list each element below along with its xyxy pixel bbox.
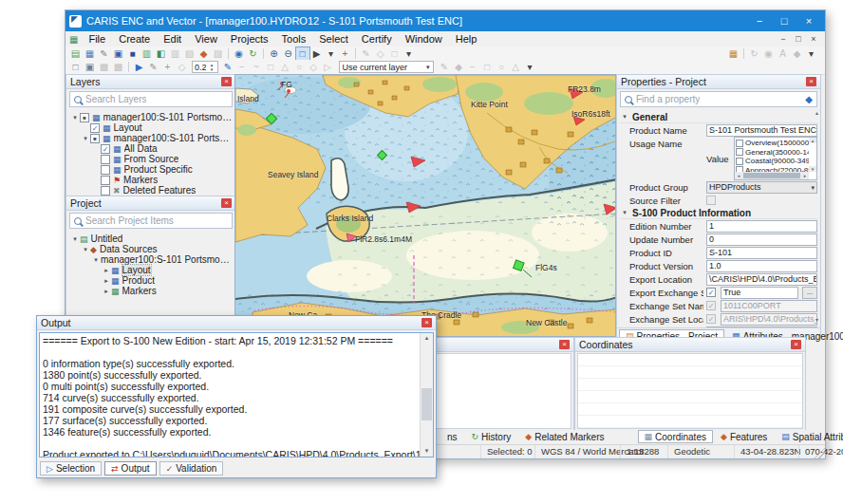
geo-line-icon[interactable]: −	[235, 61, 249, 73]
tab-ns[interactable]: ns	[440, 430, 464, 443]
output-titlebar[interactable]: Output ×	[37, 316, 436, 330]
usage-option[interactable]: General(350000-149	[736, 148, 809, 158]
zoom-area-icon[interactable]: □	[296, 47, 309, 60]
refresh-icon[interactable]: ↻	[247, 47, 260, 60]
edit-pointer-icon[interactable]: ▶	[133, 61, 146, 73]
property-dropdown[interactable]: HPDProducts▾	[706, 181, 817, 194]
property-value-input[interactable]: 1011C00PORT	[721, 300, 817, 312]
scroll-down-icon[interactable]: ▾	[815, 316, 818, 323]
add-point-icon[interactable]: +	[161, 61, 175, 73]
edit-grey-6-icon[interactable]: △	[509, 61, 522, 73]
menu-window[interactable]: Window	[399, 33, 449, 45]
tree-item[interactable]: ▸▦Layout	[68, 265, 234, 275]
tab-selection[interactable]: ▷Selection	[40, 461, 102, 476]
tree-item[interactable]: ⚑Markers	[68, 175, 234, 185]
tab-coordinates[interactable]: ▦Coordinates	[638, 430, 713, 443]
tree-item[interactable]: ▾◆Data Sources	[68, 244, 234, 254]
output-log[interactable]: ====== Export to S-100 New Edition - sta…	[39, 332, 434, 457]
property-checkbox[interactable]: ✓	[706, 314, 716, 324]
usage-option[interactable]: Overview(1500000-1	[736, 139, 809, 148]
tree-item[interactable]: ▾■▦manager100:S-101 Portsmouth Test ENC …	[68, 112, 234, 122]
node-edit-icon[interactable]: ✎	[147, 61, 160, 73]
usage-option[interactable]: Coastal(90000-3499	[736, 157, 809, 166]
property-value-input[interactable]: S-101	[706, 247, 817, 259]
overflow3-icon[interactable]: ▾	[523, 61, 536, 73]
draw-icon[interactable]: ✎	[221, 61, 234, 73]
tab-history[interactable]: ↻History	[465, 430, 518, 443]
zoom-out-icon[interactable]: ⊖	[282, 47, 295, 60]
filter-icon[interactable]: ◆	[805, 94, 813, 104]
tab-spatial-attributes[interactable]: ▤Spatial Attributes	[775, 430, 843, 443]
overflow-icon[interactable]: ▾	[403, 47, 416, 60]
output-scrollbar[interactable]: ▲ ▼	[420, 333, 433, 457]
scrollbar-thumb[interactable]	[422, 388, 432, 420]
menu-projects[interactable]: Projects	[224, 33, 275, 45]
minimize-button[interactable]: −	[747, 10, 772, 31]
attach-icon[interactable]: ✎	[98, 47, 111, 60]
tab-related-markers[interactable]: ◆Related Markers	[518, 430, 610, 443]
menu-file[interactable]: File	[82, 33, 112, 45]
property-value-input[interactable]: 0	[706, 233, 817, 246]
project-panel-titlebar[interactable]: Project ×	[66, 196, 235, 211]
property-value-input[interactable]: True	[721, 287, 798, 299]
product-grey-3-icon[interactable]: ▨	[212, 47, 225, 60]
tab-features[interactable]: ◆Features	[714, 430, 774, 443]
close-button[interactable]: ×	[796, 10, 821, 31]
window-2-icon[interactable]: ▣	[84, 61, 97, 73]
properties-close-icon[interactable]: ×	[806, 77, 816, 86]
map-view[interactable]: IslandFGKitte PointFR23.8mIsoR6s18ftSeav…	[234, 74, 616, 337]
browse-button[interactable]: ...	[802, 287, 817, 299]
edit-grey-3-icon[interactable]: −	[466, 61, 479, 73]
product-layers-icon[interactable]: ▥	[140, 47, 154, 60]
spinner-arrows-icon[interactable]: ▴▾	[209, 63, 215, 72]
tree-item[interactable]: ✓▦All Data	[68, 143, 234, 154]
property-value-input[interactable]: \CARIS\HPD\4.0\Products_Export	[706, 273, 817, 286]
tree-item[interactable]: ✓▦Layout	[68, 122, 234, 133]
product-copy-icon[interactable]: ◧	[155, 47, 168, 60]
scroll-up-icon[interactable]: ▴	[815, 109, 818, 116]
product-grey-1-icon[interactable]: ▥	[169, 47, 182, 60]
menu-view[interactable]: View	[188, 33, 224, 45]
menu-certify[interactable]: Certify	[355, 33, 399, 45]
grey-sel-1-icon[interactable]: ▩	[98, 61, 111, 73]
tree-item[interactable]: ▾manager100:S-101 Portsmouth Test ENC Ed…	[68, 254, 234, 265]
property-value-input[interactable]: 1.0	[706, 260, 817, 272]
grey-a-icon[interactable]: ◇	[374, 47, 387, 60]
grey-refresh-icon[interactable]: ↻	[748, 47, 761, 60]
property-search-input[interactable]: Find a property ◆	[620, 91, 817, 107]
geo-arrow-icon[interactable]: ▷	[321, 61, 334, 73]
tree-item[interactable]: ▾■▦manager100:S-101 Portsmouth Test EN..…	[68, 133, 234, 143]
property-value-input[interactable]: ARIS\HPD\4.0\Products_Export	[721, 313, 817, 326]
product-grey-2-icon[interactable]: ▧	[183, 47, 197, 60]
output-close-icon[interactable]: ×	[422, 318, 432, 327]
project-search-input[interactable]: Search Project Items	[69, 213, 233, 229]
measure-grey-icon[interactable]: ✎	[360, 47, 373, 60]
grey-b-icon[interactable]: □	[388, 47, 402, 60]
tab-validation[interactable]: ✓Validation	[159, 461, 224, 476]
tolerance-spinner[interactable]: 0.2 ▴▾	[192, 61, 218, 73]
tree-item[interactable]: ▾▤Untitled	[68, 233, 234, 244]
property-value-input[interactable]	[706, 327, 817, 328]
tab-output[interactable]: ⇄Output	[104, 461, 157, 476]
window-1-icon[interactable]: □	[69, 61, 83, 73]
snap-grey-icon[interactable]: ◇	[176, 61, 189, 73]
geo-rect-icon[interactable]: □	[264, 61, 277, 73]
property-checkbox[interactable]: ✓	[706, 288, 716, 297]
grey-font-icon[interactable]: A	[777, 47, 790, 60]
property-checkbox[interactable]: ✓	[706, 301, 716, 310]
property-checkbox[interactable]	[706, 196, 716, 205]
close-product-icon[interactable]: ◆	[197, 47, 211, 60]
menu-create[interactable]: Create	[112, 33, 157, 45]
grey-lock-icon[interactable]: ◆	[791, 47, 804, 60]
open-product-icon[interactable]: ▣	[112, 47, 125, 60]
tree-item[interactable]: ▦Product Specific	[68, 164, 234, 175]
layers-panel-titlebar[interactable]: Layers ×	[66, 75, 235, 89]
resize-grip[interactable]	[814, 447, 825, 458]
mdi-minimize-button[interactable]: −	[776, 32, 791, 47]
open-icon[interactable]: ▦	[84, 47, 97, 60]
grey-user-icon[interactable]: ◉	[762, 47, 776, 60]
tree-item[interactable]: ▸▦Markers	[68, 286, 234, 296]
mdi-restore-button[interactable]: □	[791, 32, 806, 47]
properties-panel-titlebar[interactable]: Properties - Project ×	[617, 75, 820, 89]
property-value-input[interactable]: S-101 Portsmouth Test ENC	[706, 124, 817, 137]
